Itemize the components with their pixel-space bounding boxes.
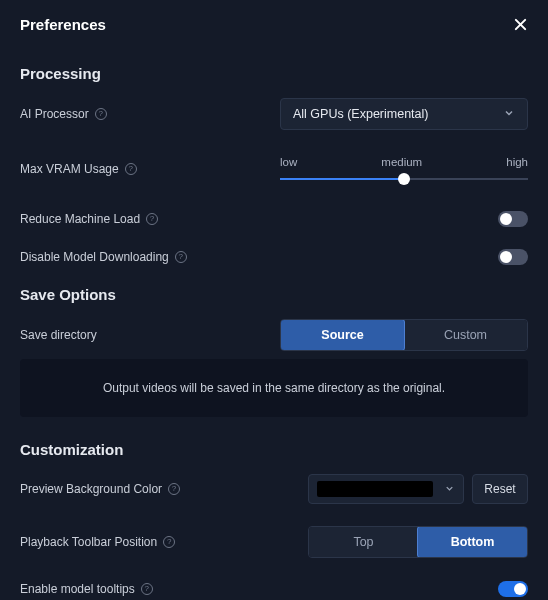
enable-tooltips-label: Enable model tooltips (20, 582, 135, 596)
help-icon[interactable]: ? (175, 251, 187, 263)
chevron-down-icon (444, 480, 455, 498)
help-icon[interactable]: ? (168, 483, 180, 495)
help-icon[interactable]: ? (95, 108, 107, 120)
slider-label-high: high (506, 156, 528, 168)
reduce-load-label: Reduce Machine Load (20, 212, 140, 226)
color-swatch (317, 481, 433, 497)
slider-label-low: low (280, 156, 297, 168)
dialog-title: Preferences (20, 16, 106, 33)
max-vram-label: Max VRAM Usage (20, 162, 119, 176)
max-vram-slider[interactable]: low medium high (280, 156, 528, 180)
ai-processor-label: AI Processor (20, 107, 89, 121)
save-dir-source-button[interactable]: Source (280, 319, 405, 351)
slider-label-medium: medium (381, 156, 422, 168)
close-button[interactable] (512, 17, 528, 33)
chevron-down-icon (503, 105, 515, 123)
reduce-load-toggle[interactable] (498, 211, 528, 227)
toolbar-pos-bottom-button[interactable]: Bottom (417, 526, 528, 558)
toolbar-position-label: Playback Toolbar Position (20, 535, 157, 549)
reset-bgcolor-button[interactable]: Reset (472, 474, 528, 504)
slider-thumb[interactable] (398, 173, 410, 185)
help-icon[interactable]: ? (125, 163, 137, 175)
section-save-title: Save Options (20, 286, 528, 303)
disable-download-label: Disable Model Downloading (20, 250, 169, 264)
section-customization-title: Customization (20, 441, 528, 458)
disable-download-toggle[interactable] (498, 249, 528, 265)
preview-bgcolor-label: Preview Background Color (20, 482, 162, 496)
slider-fill (280, 178, 404, 180)
enable-tooltips-toggle[interactable] (498, 581, 528, 597)
section-processing-title: Processing (20, 65, 528, 82)
close-icon (514, 18, 527, 31)
save-dir-custom-button[interactable]: Custom (404, 320, 527, 350)
toolbar-pos-top-button[interactable]: Top (309, 527, 418, 557)
ai-processor-dropdown[interactable]: All GPUs (Experimental) (280, 98, 528, 130)
help-icon[interactable]: ? (141, 583, 153, 595)
preview-bgcolor-select[interactable] (308, 474, 464, 504)
save-directory-label: Save directory (20, 328, 97, 342)
help-icon[interactable]: ? (146, 213, 158, 225)
save-info-box: Output videos will be saved in the same … (20, 359, 528, 417)
help-icon[interactable]: ? (163, 536, 175, 548)
ai-processor-value: All GPUs (Experimental) (293, 107, 428, 121)
